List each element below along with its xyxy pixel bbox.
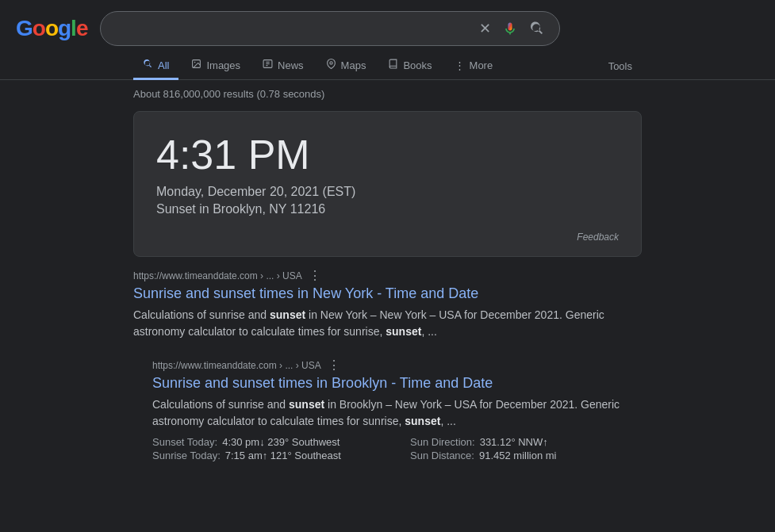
feedback-link[interactable]: Feedback	[577, 232, 619, 243]
sub-result-item: https://www.timeanddate.com › ... › USA …	[152, 359, 649, 461]
voice-search-button[interactable]	[501, 19, 520, 38]
all-tab-icon	[143, 59, 153, 71]
search-icon	[529, 21, 545, 36]
sub-result-snippet: Calculations of sunrise and sunset in Br…	[152, 396, 649, 430]
nav-tabs: All Images News Maps Books ⋮ More Tools	[0, 46, 775, 80]
tab-books-label: Books	[403, 59, 432, 71]
snippet-time: 4:31 PM	[156, 131, 619, 178]
header: Google sunset ✕	[0, 0, 775, 46]
news-tab-icon	[263, 59, 273, 71]
books-tab-icon	[388, 59, 398, 71]
mic-icon	[502, 21, 518, 36]
tab-maps[interactable]: Maps	[317, 52, 376, 80]
tab-more-label: More	[470, 59, 493, 71]
data-row-sunset-today: Sunset Today: 4:30 pm↓ 239° Southwest	[152, 436, 391, 448]
sub-result-title[interactable]: Sunrise and sunset times in Brooklyn - T…	[152, 373, 649, 393]
tab-news[interactable]: News	[253, 52, 313, 80]
tools-button[interactable]: Tools	[599, 54, 642, 78]
tab-images[interactable]: Images	[182, 52, 250, 80]
tab-news-label: News	[278, 59, 304, 71]
more-tab-icon: ⋮	[455, 59, 465, 71]
snippet-location: Sunset in Brooklyn, NY 11216	[156, 202, 619, 216]
result-item: https://www.timeanddate.com › ... › USA …	[133, 270, 649, 340]
images-tab-icon	[191, 59, 201, 71]
sub-result-data-table: Sunset Today: 4:30 pm↓ 239° Southwest Su…	[152, 436, 649, 461]
search-input[interactable]: sunset	[113, 21, 471, 36]
sub-result-url: https://www.timeanddate.com › ... › USA	[152, 360, 321, 371]
result-title[interactable]: Sunrise and sunset times in New York - T…	[133, 284, 649, 304]
sub-result-options-button[interactable]: ⋮	[328, 359, 340, 372]
data-row-sun-direction: Sun Direction: 331.12° NNW↑	[410, 436, 649, 448]
result-snippet: Calculations of sunrise and sunset in Ne…	[133, 307, 649, 340]
tab-books[interactable]: Books	[378, 52, 441, 80]
tab-images-label: Images	[206, 59, 240, 71]
svg-point-1	[194, 62, 196, 63]
clear-button[interactable]: ✕	[478, 18, 493, 39]
results-count: About 816,000,000 results (0.78 seconds)	[0, 80, 775, 108]
search-button[interactable]	[528, 19, 547, 38]
snippet-date: Monday, December 20, 2021 (EST)	[156, 185, 619, 199]
search-results: https://www.timeanddate.com › ... › USA …	[0, 270, 775, 461]
tab-all-label: All	[158, 59, 169, 71]
google-logo: Google	[16, 16, 87, 41]
tab-maps-label: Maps	[341, 59, 366, 71]
search-bar: sunset ✕	[100, 11, 560, 46]
result-url: https://www.timeanddate.com › ... › USA	[133, 270, 302, 281]
maps-tab-icon	[326, 59, 336, 71]
result-options-button[interactable]: ⋮	[309, 270, 321, 282]
snippet-feedback: Feedback	[156, 229, 619, 243]
data-row-sunrise-today: Sunrise Today: 7:15 am↑ 121° Southeast	[152, 450, 391, 461]
tab-all[interactable]: All	[133, 52, 178, 80]
tab-more[interactable]: ⋮ More	[445, 53, 503, 80]
clear-icon: ✕	[479, 20, 491, 37]
data-row-sun-distance: Sun Distance: 91.452 million mi	[410, 450, 649, 461]
featured-snippet: 4:31 PM Monday, December 20, 2021 (EST) …	[133, 111, 642, 257]
svg-point-6	[329, 62, 332, 64]
